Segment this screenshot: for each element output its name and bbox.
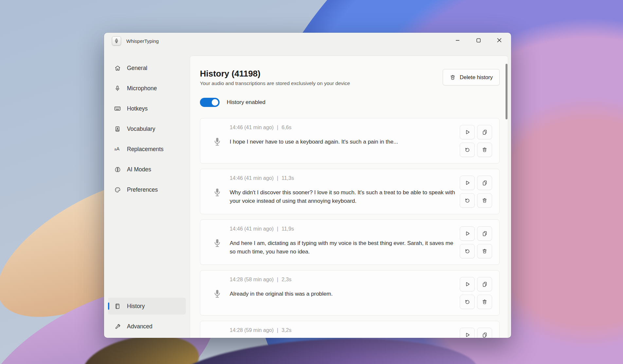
- microphone-icon: [114, 85, 121, 92]
- copy-icon: [482, 231, 488, 237]
- app-logo-microphone-icon: [112, 36, 121, 45]
- minimize-icon: [455, 38, 460, 43]
- entry-transcription-text: Why didn't I discover this sooner? I lov…: [230, 188, 455, 205]
- history-entry: 14:46 (41 min ago)|11,3s Why didn't I di…: [200, 169, 500, 214]
- copy-icon: [482, 180, 488, 186]
- entry-duration: 11,3s: [281, 175, 294, 181]
- sidebar-item-history[interactable]: History: [108, 298, 186, 315]
- entry-actions: [460, 277, 492, 309]
- trash-icon: [482, 248, 488, 254]
- copy-button[interactable]: [477, 328, 492, 338]
- entry-actions: [460, 328, 492, 338]
- panel-header: History (41198) Your audio and transcrip…: [200, 68, 500, 87]
- entry-meta: 14:28 (59 min ago)|3,2s: [230, 326, 292, 334]
- undo-icon: [464, 198, 471, 204]
- entry-actions: [460, 176, 492, 208]
- history-entry: 14:46 (41 min ago)|6,6s I hope I never h…: [200, 118, 500, 164]
- window-controls: [447, 33, 510, 48]
- book-icon: [114, 125, 121, 132]
- play-icon: [464, 230, 471, 237]
- entry-time: 14:28 (58 min ago): [230, 277, 274, 282]
- meta-separator: |: [274, 175, 281, 181]
- delete-entry-button[interactable]: [477, 143, 492, 157]
- entry-actions: [460, 226, 492, 258]
- meta-separator: |: [274, 226, 281, 232]
- copy-button[interactable]: [477, 226, 492, 241]
- retry-button[interactable]: [460, 193, 475, 208]
- entry-transcription-text: Already in the original this was a probl…: [230, 290, 455, 298]
- trash-icon: [482, 299, 488, 305]
- entry-actions: [460, 125, 492, 157]
- play-button[interactable]: [460, 277, 475, 291]
- entry-meta: 14:46 (41 min ago)|6,6s: [230, 124, 292, 131]
- replace-aA-icon: aA: [114, 146, 121, 153]
- sidebar-item-advanced[interactable]: Advanced: [108, 318, 186, 335]
- play-icon: [464, 332, 471, 338]
- entry-duration: 11,9s: [281, 226, 294, 232]
- sidebar: General Microphone Hotkeys Vocabulary aA…: [104, 49, 190, 338]
- copy-button[interactable]: [477, 176, 492, 190]
- entry-time: 14:28 (59 min ago): [230, 327, 274, 333]
- meta-separator: |: [274, 125, 281, 130]
- sidebar-item-general[interactable]: General: [108, 60, 186, 76]
- history-toggle-row: History enabled: [200, 98, 500, 107]
- home-icon: [114, 64, 121, 72]
- delete-entry-button[interactable]: [477, 193, 492, 208]
- microphone-icon: [213, 238, 222, 249]
- copy-button[interactable]: [477, 125, 492, 139]
- retry-button[interactable]: [460, 295, 475, 309]
- entry-time: 14:46 (41 min ago): [230, 175, 274, 181]
- delete-entry-button[interactable]: [477, 295, 492, 309]
- meta-separator: |: [274, 277, 281, 282]
- history-entries-list: 14:46 (41 min ago)|6,6s I hope I never h…: [200, 118, 500, 338]
- brain-icon: [114, 166, 121, 173]
- copy-icon: [482, 129, 488, 135]
- close-icon: [497, 38, 502, 43]
- close-button[interactable]: [489, 33, 510, 48]
- entry-duration: 3,2s: [281, 327, 291, 333]
- retry-button[interactable]: [460, 244, 475, 258]
- sidebar-item-vocabulary[interactable]: Vocabulary: [108, 121, 186, 137]
- entry-time: 14:46 (41 min ago): [230, 125, 274, 130]
- sidebar-item-replacements[interactable]: aA Replacements: [108, 141, 186, 157]
- sidebar-item-preferences[interactable]: Preferences: [108, 182, 186, 198]
- page-subtitle: Your audio and transcriptions are stored…: [200, 79, 350, 87]
- entry-duration: 2,3s: [281, 277, 291, 282]
- entry-transcription-text: And here I am, dictating as if typing wi…: [230, 239, 455, 256]
- entry-meta: 14:46 (41 min ago)|11,3s: [230, 174, 294, 182]
- history-toggle-label: History enabled: [227, 99, 265, 106]
- sidebar-item-microphone[interactable]: Microphone: [108, 80, 186, 96]
- scrollbar-thumb[interactable]: [506, 64, 507, 119]
- minimize-button[interactable]: [447, 33, 468, 48]
- history-entry: 14:28 (59 min ago)|3,2s: [200, 321, 500, 338]
- maximize-icon: [476, 38, 481, 43]
- sidebar-item-ai-modes[interactable]: AI Modes: [108, 161, 186, 178]
- keyboard-icon: [114, 105, 121, 112]
- play-button[interactable]: [460, 328, 475, 338]
- copy-icon: [482, 332, 488, 338]
- journal-icon: [114, 303, 121, 310]
- maximize-button[interactable]: [468, 33, 489, 48]
- wrench-icon: [114, 323, 121, 330]
- copy-button[interactable]: [477, 277, 492, 291]
- sidebar-bottom-group: History Advanced: [108, 298, 186, 335]
- delete-entry-button[interactable]: [477, 244, 492, 258]
- delete-history-button[interactable]: Delete history: [443, 69, 500, 85]
- history-entry: 14:46 (41 min ago)|11,9s And here I am, …: [200, 219, 500, 265]
- entry-transcription-text: I hope I never have to use a keyboard ag…: [230, 138, 455, 146]
- history-panel: History (41198) Your audio and transcrip…: [190, 56, 508, 338]
- delete-history-label: Delete history: [460, 74, 493, 80]
- meta-separator: |: [274, 327, 281, 333]
- entry-duration: 6,6s: [281, 125, 291, 130]
- history-toggle[interactable]: [200, 98, 220, 107]
- play-button[interactable]: [460, 226, 475, 241]
- titlebar[interactable]: WhisperTyping: [104, 33, 511, 49]
- undo-icon: [464, 299, 471, 305]
- retry-button[interactable]: [460, 143, 475, 157]
- copy-icon: [482, 281, 488, 287]
- play-button[interactable]: [460, 125, 475, 139]
- play-button[interactable]: [460, 176, 475, 190]
- sidebar-item-hotkeys[interactable]: Hotkeys: [108, 100, 186, 117]
- trash-icon: [482, 147, 488, 153]
- undo-icon: [464, 248, 471, 254]
